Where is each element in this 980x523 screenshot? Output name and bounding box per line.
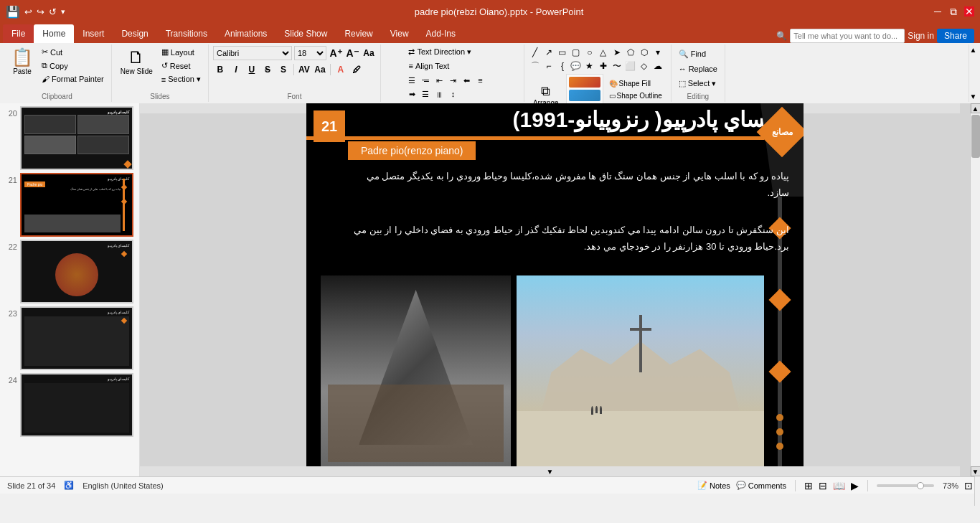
list-item[interactable]: 21 كليساي پادرپيو Padre pio پياده رو كه … xyxy=(3,173,136,237)
shape-line[interactable]: ╱ xyxy=(529,46,542,59)
share-button[interactable]: Share xyxy=(937,29,974,43)
slide-image-right[interactable] xyxy=(517,275,764,469)
shape-triangle[interactable]: △ xyxy=(597,46,610,59)
ribbon-collapse-down[interactable]: ▼ xyxy=(969,93,977,100)
accessibility-icon[interactable]: ♿ xyxy=(64,481,74,490)
shape-more[interactable]: ▾ xyxy=(651,46,664,59)
tab-animations[interactable]: Animations xyxy=(216,24,275,43)
shape-cross[interactable]: ✚ xyxy=(597,60,610,72)
list-item[interactable]: 22 كليساي پادرپيو xyxy=(3,240,136,303)
change-case-button[interactable]: Aa xyxy=(313,62,327,77)
text-highlight-button[interactable]: 🖊 xyxy=(349,62,364,77)
shape-block[interactable]: ⬜ xyxy=(624,60,637,72)
sign-in-button[interactable]: Sign in xyxy=(908,31,934,41)
list-item[interactable]: 20 كليساي پادرپيو xyxy=(3,106,136,170)
layout-button[interactable]: ▦ Layout xyxy=(159,46,204,58)
slide-thumb-22[interactable]: كليساي پادرپيو xyxy=(20,240,133,303)
minimize-button[interactable]: ─ xyxy=(933,6,943,17)
vertical-scrollbar-thumb[interactable] xyxy=(971,115,980,158)
slide-subtitle[interactable]: Padre pio(renzo piano) xyxy=(348,141,476,160)
tab-insert[interactable]: Insert xyxy=(74,24,113,43)
scroll-up-arrow[interactable]: ▲ xyxy=(971,103,981,113)
ribbon-expand-up[interactable]: ▲ xyxy=(969,46,977,54)
align-center-button[interactable]: ≡ xyxy=(473,74,486,87)
bold-button[interactable]: B xyxy=(213,62,227,77)
fit-slide-button[interactable]: ⊡ xyxy=(964,480,973,491)
slide-thumb-20[interactable]: كليساي پادرپيو xyxy=(20,106,133,170)
shape-pentagon[interactable]: ⬠ xyxy=(624,46,637,59)
decrease-font-button[interactable]: A⁻ xyxy=(345,46,359,60)
bullets-button[interactable]: ☰ xyxy=(405,74,418,87)
slide-thumb-23[interactable]: كليساي پادرپيو xyxy=(20,306,133,370)
redo-btn[interactable]: ↪ xyxy=(37,6,44,17)
replace-button[interactable]: ↔ Replace xyxy=(676,63,720,75)
shape-arrow[interactable]: ↗ xyxy=(542,46,555,59)
font-color-button[interactable]: A xyxy=(334,62,348,77)
font-size-select[interactable]: 18 xyxy=(294,46,326,60)
shape-curve[interactable]: ⌒ xyxy=(529,60,542,72)
increase-indent-button[interactable]: ⇥ xyxy=(446,74,459,87)
new-slide-button[interactable]: 🗋 New Slide xyxy=(116,46,157,78)
list-item[interactable]: 24 كليساي پادرپيو xyxy=(3,373,136,437)
shape-cloud[interactable]: ☁ xyxy=(651,60,664,72)
shape-connector[interactable]: ⌐ xyxy=(542,60,555,72)
slide-thumb-24[interactable]: كليساي پادرپيو xyxy=(20,373,133,437)
columns-button[interactable]: ⫼ xyxy=(433,88,446,100)
font-family-select[interactable]: Calibri xyxy=(213,46,292,60)
shape-hex[interactable]: ⬡ xyxy=(638,46,651,59)
tab-slideshow[interactable]: Slide Show xyxy=(275,24,336,43)
vertical-scrollbar[interactable]: ▲ ▼ xyxy=(970,103,980,476)
list-item[interactable]: 23 كليساي پادرپيو xyxy=(3,306,136,370)
normal-view-button[interactable]: ⊞ xyxy=(804,480,813,491)
align-right-button[interactable]: ➡ xyxy=(405,88,418,100)
shape-round-rect[interactable]: ▢ xyxy=(570,46,583,59)
shadow-button[interactable]: S xyxy=(276,62,291,77)
slide-image-left[interactable] xyxy=(321,275,511,469)
shape-fill-button[interactable]: 🎨 Shape Fill xyxy=(606,78,666,89)
zoom-slider[interactable] xyxy=(877,484,934,487)
shape-bracket[interactable]: { xyxy=(556,60,569,72)
scroll-down-arrow[interactable]: ▼ xyxy=(971,466,981,476)
section-button[interactable]: ≡ Section ▾ xyxy=(159,73,204,85)
text-direction-button[interactable]: ⇄ Text Direction ▾ xyxy=(405,46,474,58)
notes-button[interactable]: 📝 Notes xyxy=(697,481,730,490)
shape-callout[interactable]: 💬 xyxy=(570,60,583,72)
slide-sorter-button[interactable]: ⊟ xyxy=(819,480,827,491)
clear-format-button[interactable]: Aa xyxy=(362,46,376,60)
tab-design[interactable]: Design xyxy=(113,24,156,43)
find-button[interactable]: 🔍 Find xyxy=(676,48,709,60)
tab-addins[interactable]: Add-Ins xyxy=(418,24,464,43)
tab-transitions[interactable]: Transitions xyxy=(157,24,216,43)
slide-thumb-21[interactable]: كليساي پادرپيو Padre pio پياده رو كه با … xyxy=(20,173,133,237)
italic-button[interactable]: I xyxy=(229,62,243,77)
underline-button[interactable]: U xyxy=(245,62,259,77)
reading-view-button[interactable]: 📖 xyxy=(833,480,845,491)
align-left-button[interactable]: ⬅ xyxy=(460,74,473,87)
align-text-button[interactable]: ≡ Align Text xyxy=(405,60,452,72)
scroll-down-button[interactable]: ▼ xyxy=(140,466,960,476)
tab-view[interactable]: View xyxy=(382,24,418,43)
tab-home[interactable]: Home xyxy=(34,24,74,43)
shape-outline-button[interactable]: ▭ Shape Outline xyxy=(606,90,666,101)
shape-oval[interactable]: ○ xyxy=(583,46,596,59)
char-spacing-button[interactable]: AV xyxy=(297,62,311,77)
slideshow-button[interactable]: ▶ xyxy=(851,480,859,491)
decrease-indent-button[interactable]: ⇤ xyxy=(433,74,446,87)
paste-button[interactable]: 📋 Paste xyxy=(7,46,37,78)
shape-star[interactable]: ★ xyxy=(583,60,596,72)
increase-font-button[interactable]: A⁺ xyxy=(329,46,343,60)
cut-button[interactable]: ✂ Cut xyxy=(39,46,107,58)
tab-review[interactable]: Review xyxy=(336,24,381,43)
strikethrough-button[interactable]: S xyxy=(260,62,275,77)
restore-button[interactable]: ⧉ xyxy=(948,6,958,17)
tell-me-input[interactable] xyxy=(790,29,905,43)
zoom-thumb[interactable] xyxy=(917,482,924,489)
tab-file[interactable]: File xyxy=(3,24,34,43)
shape-right-arrow[interactable]: ➤ xyxy=(611,46,623,59)
format-painter-button[interactable]: 🖌 Format Painter xyxy=(39,73,107,85)
copy-button[interactable]: ⧉ Copy xyxy=(39,60,107,72)
undo-btn[interactable]: ↩ xyxy=(24,6,32,17)
select-button[interactable]: ⬚ Select ▾ xyxy=(676,77,720,90)
refresh-btn[interactable]: ↺ xyxy=(49,6,57,17)
numbering-button[interactable]: ≔ xyxy=(419,74,432,87)
